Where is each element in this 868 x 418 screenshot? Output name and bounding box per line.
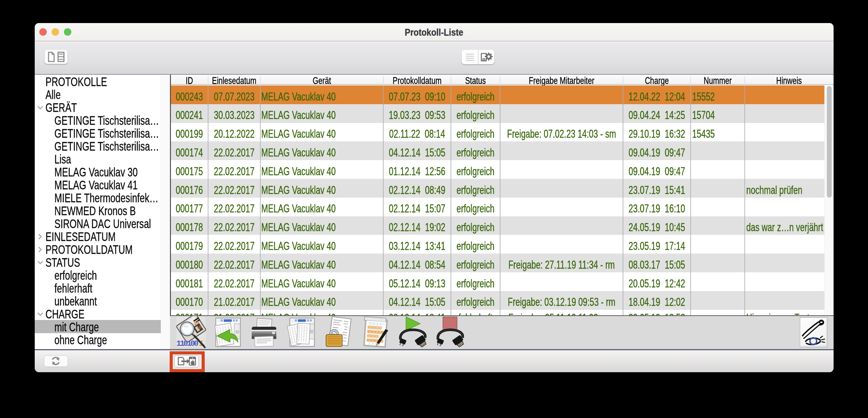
- svg-text:MO: MO: [184, 325, 188, 328]
- svg-text:110100: 110100: [177, 339, 198, 348]
